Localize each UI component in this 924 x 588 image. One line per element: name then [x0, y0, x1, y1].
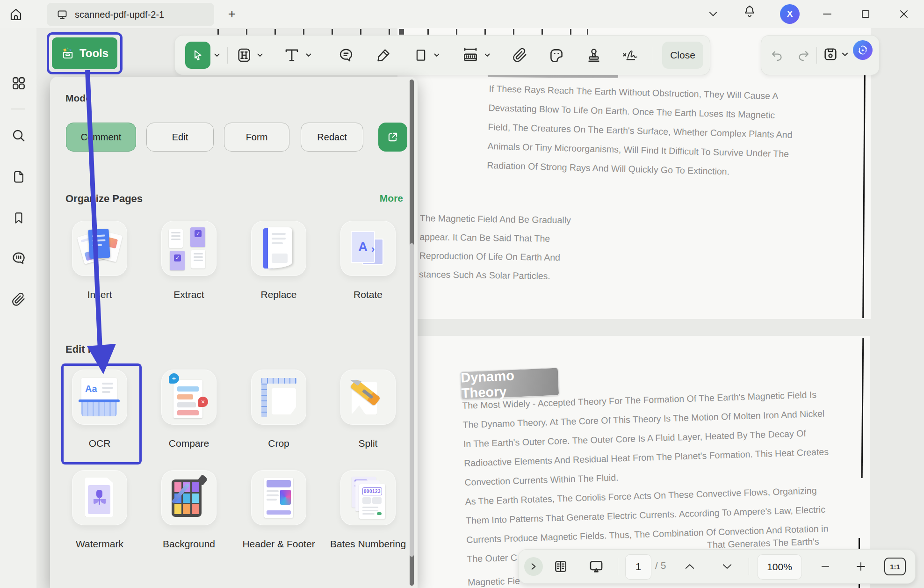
- signature-tool-icon[interactable]: [622, 46, 641, 65]
- doc-line: stances Such As Solar Particles.: [419, 269, 550, 282]
- thumbnail-view-icon[interactable]: [551, 557, 570, 576]
- tile-replace[interactable]: [251, 221, 306, 276]
- tile-insert-label: Insert: [60, 288, 139, 301]
- toolbar-divider: [653, 47, 653, 64]
- tile-crop-label: Crop: [239, 437, 318, 450]
- select-tool-button[interactable]: [185, 42, 210, 69]
- zoom-out-icon[interactable]: [816, 557, 835, 576]
- sticky-note-tool-icon[interactable]: [337, 46, 355, 65]
- toolbox-icon: [61, 47, 75, 60]
- panel-scrollbar-thumb[interactable]: [410, 243, 414, 557]
- toolbar-divider: [227, 47, 228, 64]
- text-tool-icon[interactable]: [282, 46, 301, 65]
- ocr-highlight-box: [61, 363, 142, 465]
- actual-size-button[interactable]: 1:1: [884, 558, 906, 575]
- close-window-button[interactable]: [896, 7, 912, 22]
- shape-tool-icon[interactable]: [411, 46, 430, 65]
- tile-watermark[interactable]: [72, 470, 127, 525]
- apps-grid-icon[interactable]: [10, 75, 27, 92]
- shape-tool-chevron[interactable]: [434, 53, 440, 57]
- measure-tool-chevron[interactable]: [484, 53, 490, 57]
- doc-line: appear. It Can Be Said That The: [419, 232, 550, 244]
- expand-bar-button[interactable]: [524, 557, 543, 576]
- save-icon[interactable]: [821, 45, 840, 64]
- annotation-toolbar: Close: [174, 35, 710, 75]
- tile-header-footer-label: Header & Footer: [239, 537, 318, 550]
- attachments-icon[interactable]: [10, 291, 27, 308]
- close-toolbar-button[interactable]: Close: [662, 42, 703, 69]
- swatches-palette-icon[interactable]: [10, 585, 27, 588]
- text-tool-chevron[interactable]: [306, 53, 311, 57]
- open-mode-external-button[interactable]: [378, 123, 407, 152]
- zoom-in-icon[interactable]: [852, 557, 870, 576]
- tile-insert[interactable]: [72, 221, 127, 276]
- tile-replace-label: Replace: [239, 288, 318, 301]
- maximize-button[interactable]: [858, 7, 873, 22]
- mode-redact-button[interactable]: Redact: [301, 123, 363, 152]
- tools-button[interactable]: Tools: [52, 37, 117, 69]
- doc-line: Reproduction Of Life On Earth And: [419, 250, 561, 263]
- mode-edit-button[interactable]: Edit: [146, 123, 214, 152]
- compare-add-pin: +: [169, 373, 179, 384]
- highlight-tool-icon[interactable]: [235, 46, 253, 65]
- ai-assistant-button[interactable]: ✦: [853, 40, 873, 60]
- tabs-chevron-button[interactable]: [705, 7, 721, 22]
- ai-star-glyph: ✦: [861, 48, 865, 53]
- save-options-chevron[interactable]: [842, 52, 848, 57]
- doc-line: Magnetic Fie: [468, 575, 520, 588]
- comments-panel-icon[interactable]: [10, 250, 27, 267]
- window-titlebar: scanned-pdf-updf-2-1 + X: [0, 0, 924, 28]
- doc-line: The Outer C: [467, 552, 517, 564]
- tools-panel: Mode Comment Edit Form Redact Organize P…: [50, 77, 418, 588]
- redo-icon[interactable]: [794, 46, 813, 65]
- document-tab[interactable]: scanned-pdf-updf-2-1: [47, 3, 214, 26]
- new-tab-button[interactable]: +: [224, 6, 240, 22]
- left-sidebar: [0, 28, 36, 588]
- organize-more-link[interactable]: More: [365, 193, 403, 204]
- minimize-button[interactable]: [819, 7, 835, 22]
- page-navigation-bar: 1 / 5 100% 1:1: [518, 549, 916, 584]
- page-total-label: / 5: [655, 560, 666, 571]
- presentation-mode-icon[interactable]: [587, 557, 606, 576]
- mode-form-button[interactable]: Form: [224, 123, 289, 152]
- undo-icon[interactable]: [768, 46, 787, 65]
- zoom-level-input[interactable]: 100%: [757, 554, 802, 580]
- mode-comment-button[interactable]: Comment: [66, 123, 136, 152]
- bookmarks-icon[interactable]: [10, 210, 27, 226]
- tile-split-label: Split: [328, 437, 408, 450]
- highlight-tool-chevron[interactable]: [257, 53, 263, 57]
- tile-crop[interactable]: [251, 370, 306, 425]
- home-button[interactable]: [7, 6, 25, 23]
- sidebar-divider: [11, 109, 25, 109]
- tile-header-footer[interactable]: [251, 470, 306, 525]
- edit-section-heading: Edit P: [65, 343, 94, 356]
- tile-rotate[interactable]: A ›: [340, 221, 396, 276]
- tile-split[interactable]: [340, 370, 396, 425]
- measure-tool-icon[interactable]: [461, 46, 480, 65]
- attach-tool-icon[interactable]: [511, 46, 529, 65]
- bar-divider: [618, 558, 618, 575]
- tile-extract[interactable]: ✓ ✓: [161, 221, 217, 276]
- monitor-icon: [56, 9, 68, 20]
- tile-compare[interactable]: + ×: [161, 370, 217, 425]
- organize-pages-heading: Organize Pages: [65, 193, 143, 205]
- tile-watermark-label: Watermark: [60, 537, 139, 550]
- stamp-tool-icon[interactable]: [585, 46, 603, 65]
- next-page-chevron[interactable]: [718, 557, 736, 576]
- tile-rotate-label: Rotate: [328, 288, 408, 301]
- sticker-tool-icon[interactable]: [547, 46, 566, 65]
- page-number-input[interactable]: 1: [625, 554, 651, 580]
- search-icon[interactable]: [10, 127, 27, 144]
- pencil-tool-icon[interactable]: [374, 46, 393, 65]
- tile-compare-label: Compare: [149, 437, 229, 450]
- tile-background[interactable]: [161, 470, 217, 525]
- account-avatar[interactable]: X: [780, 4, 800, 24]
- select-tool-chevron[interactable]: [214, 53, 220, 57]
- tile-bates-numbering-label: Bates Numbering: [328, 537, 408, 550]
- previous-page-chevron[interactable]: [680, 557, 699, 576]
- tile-bates-numbering[interactable]: 000123: [340, 470, 396, 525]
- bates-number-sample: 000123: [362, 487, 382, 495]
- bar-divider: [749, 558, 749, 575]
- pages-panel-icon[interactable]: [10, 168, 27, 185]
- notifications-bell-icon[interactable]: [742, 5, 758, 20]
